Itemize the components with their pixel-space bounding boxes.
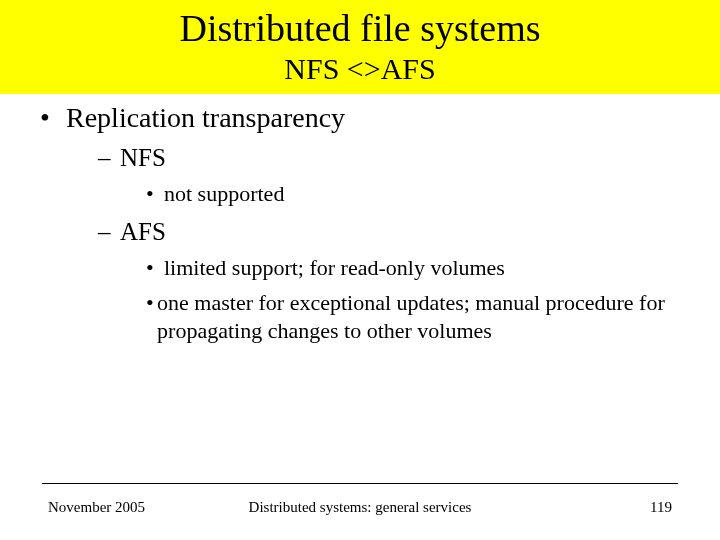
dash-bullet-icon: – bbox=[98, 218, 120, 246]
slide: Distributed file systems NFS <>AFS • Rep… bbox=[0, 0, 720, 540]
dash-bullet-icon: – bbox=[98, 144, 120, 172]
bullet-text: Replication transparency bbox=[66, 102, 345, 134]
bullet-level2: – AFS bbox=[98, 218, 680, 246]
bullet-level3: • limited support; for read-only volumes bbox=[146, 254, 680, 282]
disc-bullet-icon: • bbox=[146, 254, 164, 282]
footer-divider bbox=[42, 483, 678, 484]
bullet-text: NFS bbox=[120, 144, 166, 172]
bullet-level1: • Replication transparency bbox=[40, 102, 680, 134]
bullet-level3: • one master for exceptional updates; ma… bbox=[146, 289, 680, 344]
footer-date: November 2005 bbox=[48, 499, 145, 516]
bullet-text: not supported bbox=[164, 180, 284, 208]
bullet-level3: • not supported bbox=[146, 180, 680, 208]
disc-bullet-icon: • bbox=[40, 102, 66, 134]
slide-subtitle: NFS <>AFS bbox=[0, 52, 720, 86]
bullet-text: AFS bbox=[120, 218, 166, 246]
disc-bullet-icon: • bbox=[146, 289, 157, 317]
page-number: 119 bbox=[650, 499, 672, 516]
bullet-text: one master for exceptional updates; manu… bbox=[157, 289, 680, 344]
title-band: Distributed file systems NFS <>AFS bbox=[0, 0, 720, 94]
slide-title: Distributed file systems bbox=[0, 6, 720, 50]
footer: November 2005 Distributed systems: gener… bbox=[0, 499, 720, 516]
disc-bullet-icon: • bbox=[146, 180, 164, 208]
bullet-level2: – NFS bbox=[98, 144, 680, 172]
slide-body: • Replication transparency – NFS • not s… bbox=[0, 94, 720, 344]
bullet-text: limited support; for read-only volumes bbox=[164, 254, 505, 282]
